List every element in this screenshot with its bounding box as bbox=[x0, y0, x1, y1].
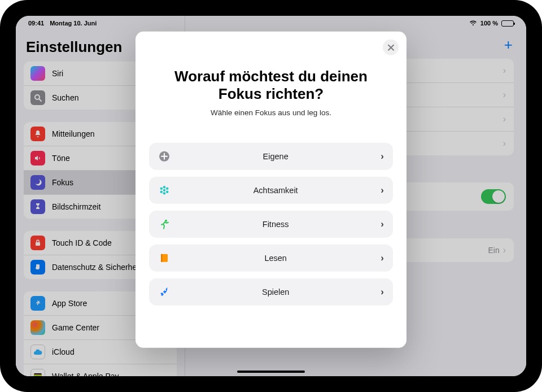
chevron-right-icon: › bbox=[381, 219, 384, 230]
chevron-right-icon: › bbox=[381, 185, 384, 196]
focus-option-mindfulness[interactable]: Achtsamkeit › bbox=[149, 177, 393, 204]
chevron-right-icon: › bbox=[381, 151, 384, 162]
option-label: Achtsamkeit bbox=[171, 186, 381, 195]
option-label: Eigene bbox=[171, 152, 381, 161]
option-label: Lesen bbox=[171, 254, 381, 263]
svg-point-10 bbox=[163, 192, 166, 195]
svg-point-11 bbox=[160, 188, 163, 190]
book-icon bbox=[158, 253, 171, 263]
close-icon bbox=[388, 44, 394, 50]
focus-option-fitness[interactable]: Fitness › bbox=[149, 211, 393, 238]
screen: 09:41 Montag 10. Juni 100 % Einstellunge… bbox=[16, 16, 526, 376]
ipad-frame: 09:41 Montag 10. Juni 100 % Einstellunge… bbox=[0, 0, 542, 392]
battery-pct: 100 % bbox=[480, 20, 498, 27]
focus-option-custom[interactable]: Eigene › bbox=[149, 143, 393, 170]
focus-option-gaming[interactable]: Spielen › bbox=[149, 278, 393, 306]
focus-options: Eigene › Achtsamkeit › Fitness › bbox=[149, 143, 393, 306]
close-button[interactable] bbox=[383, 40, 399, 55]
status-date: Montag 10. Juni bbox=[50, 20, 97, 27]
runner-icon bbox=[158, 219, 171, 230]
battery-icon bbox=[501, 20, 514, 27]
flower-icon bbox=[158, 185, 171, 196]
chevron-right-icon: › bbox=[381, 286, 384, 298]
rocket-icon bbox=[158, 286, 171, 298]
wifi-icon bbox=[469, 20, 477, 26]
chevron-right-icon: › bbox=[381, 252, 384, 264]
focus-picker-modal: Worauf möchtest du deinen Fokus richten?… bbox=[136, 32, 406, 348]
modal-title: Worauf möchtest du deinen Fokus richten? bbox=[149, 68, 393, 103]
plus-circle-icon bbox=[158, 151, 171, 162]
svg-point-18 bbox=[165, 290, 167, 291]
svg-point-14 bbox=[166, 191, 169, 194]
svg-point-13 bbox=[160, 191, 163, 194]
svg-rect-17 bbox=[161, 254, 163, 262]
svg-point-12 bbox=[166, 188, 169, 190]
option-label: Spielen bbox=[171, 288, 381, 297]
svg-point-8 bbox=[163, 189, 166, 192]
option-label: Fitness bbox=[171, 220, 381, 229]
status-time: 09:41 bbox=[28, 20, 44, 27]
status-bar: 09:41 Montag 10. Juni 100 % bbox=[16, 16, 526, 28]
svg-point-9 bbox=[163, 186, 166, 189]
modal-subtitle: Wähle einen Fokus aus und leg los. bbox=[149, 108, 393, 117]
focus-option-reading[interactable]: Lesen › bbox=[149, 245, 393, 272]
home-indicator[interactable] bbox=[237, 371, 305, 373]
